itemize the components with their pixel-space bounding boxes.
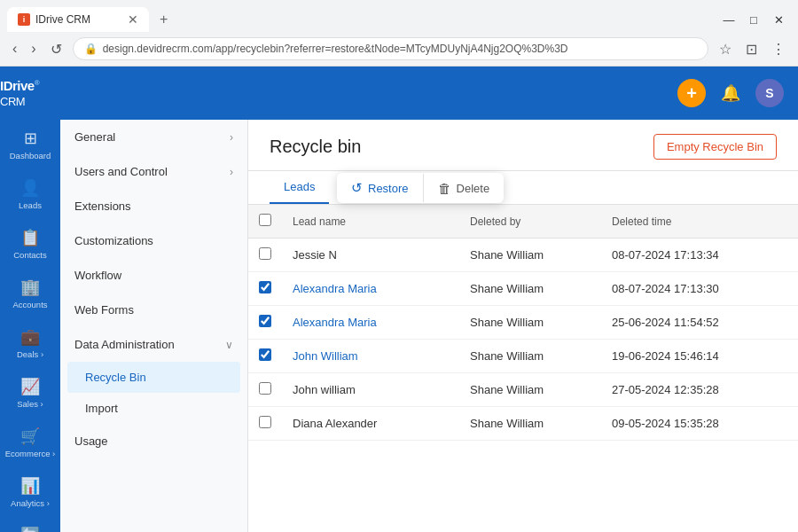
sidebar-item-dashboard[interactable]: ⊞ Dashboard	[0, 120, 60, 169]
table-row: Alexandra Maria Shane William 08-07-2024…	[248, 272, 798, 306]
table-row: John william Shane William 27-05-2024 12…	[248, 373, 798, 407]
data-migration-icon: 🔄	[20, 526, 40, 532]
table-row: John William Shane William 19-06-2024 15…	[248, 340, 798, 373]
main-area: Recycle bin Empty Recycle Bin Leads ↺ Re…	[248, 120, 798, 532]
lead-name-cell: Diana Alexander	[282, 407, 459, 441]
lead-name-cell: Alexandra Maria	[282, 272, 459, 306]
sidebar-item-sales[interactable]: 📈 Sales ›	[0, 368, 60, 418]
row-checkbox-1[interactable]	[259, 247, 271, 260]
menu-item-workflow[interactable]: Workflow	[60, 258, 247, 293]
menu-item-label: Usage	[74, 434, 108, 448]
topbar-actions: + 🔔 S	[677, 79, 784, 107]
chevron-right-icon: ›	[230, 131, 233, 144]
menu-item-web-forms[interactable]: Web Forms	[60, 293, 247, 327]
table-container: Lead name Deleted by Deleted time	[248, 205, 798, 532]
sidebar-item-ecommerce[interactable]: 🛒 Ecommerce ›	[0, 418, 60, 467]
app-body: ⊞ Dashboard 👤 Leads 📋 Contacts 🏢 Account…	[0, 120, 798, 532]
table-row: Jessie N Shane William 08-07-2024 17:13:…	[248, 239, 798, 272]
deleted-time-cell: 08-07-2024 17:13:30	[601, 272, 761, 306]
menu-item-label: Users and Control	[74, 165, 168, 178]
menu-item-users-control[interactable]: Users and Control ›	[60, 154, 247, 189]
menu-item-usage[interactable]: Usage	[60, 424, 247, 458]
trash-icon: 🗑	[438, 181, 451, 196]
browser-nav-bar: ‹ › ↺ 🔒 design.devidrecrm.com/app/recycl…	[0, 32, 798, 66]
page-header: Recycle bin Empty Recycle Bin	[248, 120, 798, 171]
tab-leads[interactable]: Leads	[270, 171, 329, 204]
sidebar-item-leads[interactable]: 👤 Leads	[0, 169, 60, 219]
close-button[interactable]: ✕	[766, 9, 791, 30]
sidebar-item-analytics[interactable]: 📊 Analytics ›	[0, 467, 60, 517]
deleted-time-cell: 09-05-2024 15:35:28	[601, 407, 761, 441]
row-checkbox-cell	[248, 340, 282, 373]
forward-button[interactable]: ›	[27, 39, 39, 59]
deleted-by-cell: Shane William	[459, 340, 601, 373]
empty-recycle-bin-button[interactable]: Empty Recycle Bin	[653, 134, 777, 160]
delete-button[interactable]: 🗑 Delete	[424, 174, 505, 203]
table-body: Jessie N Shane William 08-07-2024 17:13:…	[248, 239, 798, 441]
row-checkbox-5[interactable]	[259, 382, 271, 395]
menu-sub-item-label: Recycle Bin	[85, 371, 146, 384]
row-checkbox-cell	[248, 239, 282, 272]
new-tab-button[interactable]: +	[153, 8, 175, 31]
menu-item-general[interactable]: General ›	[60, 120, 247, 154]
back-button[interactable]: ‹	[9, 39, 20, 59]
row-checkbox-3[interactable]	[259, 315, 271, 327]
page-title: Recycle bin	[270, 137, 361, 157]
restore-icon: ↺	[351, 180, 363, 196]
tab-favicon: i	[18, 13, 30, 26]
row-checkbox-6[interactable]	[259, 416, 271, 428]
row-checkbox-2[interactable]	[259, 281, 271, 293]
menu-item-data-administration[interactable]: Data Administration ∨	[60, 327, 247, 362]
sidebar-item-data-migration[interactable]: 🔄 Data Migration	[0, 517, 60, 532]
restore-button[interactable]: ↺ Restore	[337, 173, 423, 203]
menu-item-extensions[interactable]: Extensions	[60, 189, 247, 223]
table-row: Alexandra Maria Shane William 25-06-2024…	[248, 306, 798, 340]
menu-item-label: Workflow	[74, 269, 121, 282]
deleted-by-cell: Shane William	[459, 239, 601, 272]
menu-item-label: Extensions	[74, 200, 131, 213]
extra-cell	[761, 272, 798, 306]
reload-button[interactable]: ↺	[47, 39, 66, 59]
minimize-button[interactable]: —	[716, 9, 741, 30]
lead-name-cell: John William	[282, 340, 459, 373]
menu-button[interactable]: ⋮	[768, 39, 789, 59]
app: IDrive® CRM + 🔔 S ⊞ Dashboard 👤 Leads	[0, 66, 798, 532]
sidebar-item-accounts[interactable]: 🏢 Accounts	[0, 269, 60, 318]
extensions-button[interactable]: ⊡	[742, 39, 761, 59]
restore-label: Restore	[368, 182, 409, 195]
url-bar[interactable]: 🔒 design.devidrecrm.com/app/recyclebin?r…	[73, 37, 708, 60]
sidebar-item-contacts[interactable]: 📋 Contacts	[0, 219, 60, 269]
select-all-checkbox[interactable]	[259, 214, 271, 226]
bookmark-button[interactable]: ☆	[716, 39, 735, 59]
lead-name-cell: John william	[282, 373, 459, 407]
add-button[interactable]: +	[677, 79, 706, 107]
sidebar-item-label: Contacts	[13, 250, 47, 260]
extra-cell	[761, 239, 798, 272]
extra-cell	[761, 306, 798, 340]
table-header-row: Lead name Deleted by Deleted time	[248, 205, 798, 239]
row-checkbox-cell	[248, 306, 282, 340]
maximize-button[interactable]: □	[741, 9, 766, 30]
menu-sub-item-recycle-bin[interactable]: Recycle Bin	[67, 362, 240, 393]
menu-item-customizations[interactable]: Customizations	[60, 223, 247, 258]
row-checkbox-cell	[248, 407, 282, 441]
deleted-time-cell: 08-07-2024 17:13:34	[601, 239, 761, 272]
user-avatar[interactable]: S	[755, 79, 784, 107]
browser-tab-bar: i IDrive CRM ✕ + — □ ✕	[0, 0, 798, 32]
browser-tab-active[interactable]: i IDrive CRM ✕	[7, 7, 149, 32]
deleted-time-cell: 25-06-2024 11:54:52	[601, 306, 761, 340]
row-checkbox-4[interactable]	[259, 348, 271, 361]
row-checkbox-cell	[248, 272, 282, 306]
sidebar-item-label: Analytics ›	[11, 498, 50, 508]
tab-close-icon[interactable]: ✕	[128, 12, 138, 27]
sidebar-item-label: Sales ›	[17, 399, 43, 409]
deleted-by-column-header: Deleted by	[459, 205, 601, 239]
notifications-button[interactable]: 🔔	[716, 79, 745, 107]
ecommerce-icon: 🛒	[20, 426, 40, 446]
deleted-time-column-header: Deleted time	[601, 205, 761, 239]
chevron-down-icon: ∨	[225, 339, 233, 351]
contacts-icon: 📋	[20, 228, 40, 247]
sidebar-item-deals[interactable]: 💼 Deals ›	[0, 318, 60, 368]
menu-sub-item-import[interactable]: Import	[60, 393, 247, 424]
row-checkbox-cell	[248, 373, 282, 407]
